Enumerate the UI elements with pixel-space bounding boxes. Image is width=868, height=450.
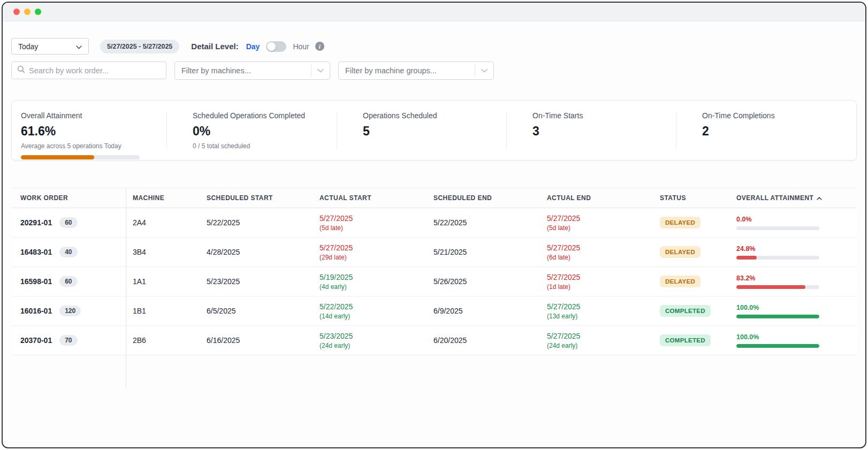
period-select[interactable]: Today	[11, 38, 89, 55]
table-header-row: WORK ORDER MACHINE SCHEDULED START ACTUA…	[11, 188, 857, 208]
actual-end-date: 5/27/2025	[547, 332, 660, 340]
kpi-summary-card: Overall Attainment 61.6% Average across …	[11, 100, 857, 161]
column-header-status[interactable]: STATUS	[660, 194, 736, 202]
search-input[interactable]	[29, 66, 166, 75]
work-order-cell: 16483-01 40	[20, 247, 133, 257]
table-row[interactable]: 16016-01 120 1B1 6/5/2025 5/22/2025 (14d…	[11, 296, 857, 326]
scheduled-start-cell: 5/23/2025	[207, 277, 319, 286]
column-header-machine[interactable]: MACHINE	[133, 194, 207, 202]
attainment-bar-fill	[736, 285, 805, 289]
attainment-bar	[736, 256, 819, 260]
detail-level-label: Detail Level:	[191, 42, 238, 51]
work-order-id: 16598-01	[20, 277, 52, 286]
actual-end-date: 5/27/2025	[547, 243, 660, 252]
chevron-down-icon[interactable]	[475, 68, 493, 73]
column-header-overall-attainment[interactable]: OVERALL ATTAINMENT	[736, 194, 857, 202]
table-row[interactable]: 20370-01 70 2B6 6/16/2025 5/23/2025 (24d…	[11, 326, 857, 355]
detail-level-toggle[interactable]	[266, 41, 286, 52]
work-order-id: 16483-01	[20, 248, 52, 256]
window-titlebar	[3, 3, 865, 21]
first-column-divider	[126, 188, 126, 388]
kpi-value: 61.6%	[21, 124, 166, 139]
kpi-label: On-Time Starts	[532, 111, 676, 120]
kpi-subtext: 0 / 5 total scheduled	[193, 142, 337, 150]
attainment-cell: 100.0%	[736, 304, 857, 318]
attainment-bar-fill	[736, 344, 819, 348]
machines-filter-placeholder: Filter by machines...	[175, 66, 311, 75]
scheduled-end-cell: 5/21/2025	[433, 248, 547, 256]
search-box	[11, 62, 166, 79]
machine-groups-filter-select[interactable]: Filter by machine groups...	[338, 62, 494, 80]
info-icon[interactable]: i	[315, 42, 324, 51]
kpi-label: Operations Scheduled	[363, 111, 506, 120]
detail-level-hour-label[interactable]: Hour	[293, 42, 309, 51]
actual-end-delta: (13d early)	[547, 312, 660, 320]
table-row[interactable]: 16483-01 40 3B4 4/28/2025 5/27/2025 (29d…	[11, 238, 857, 267]
column-header-actual-end[interactable]: ACTUAL END	[547, 194, 660, 202]
attainment-cell: 83.2%	[736, 274, 857, 289]
work-order-cell: 20291-01 60	[20, 217, 133, 228]
scheduled-start-cell: 6/5/2025	[207, 307, 319, 315]
actual-end-delta: (5d late)	[547, 224, 660, 232]
column-header-scheduled-start[interactable]: SCHEDULED START	[207, 194, 319, 202]
app-window: Today 5/27/2025 - 5/27/2025 Detail Level…	[2, 2, 866, 448]
attainment-bar-fill	[736, 315, 819, 318]
actual-start-date: 5/23/2025	[319, 332, 433, 340]
attainment-value: 83.2%	[736, 274, 857, 282]
search-icon	[17, 65, 25, 75]
status-cell: DELAYED	[660, 276, 736, 287]
attainment-cell: 24.8%	[736, 245, 857, 260]
work-order-id: 16016-01	[20, 307, 52, 315]
toggle-knob	[267, 42, 276, 51]
kpi-operations-scheduled: Operations Scheduled 5	[337, 111, 506, 149]
column-header-work-order[interactable]: WORK ORDER	[20, 194, 133, 202]
date-range-badge: 5/27/2025 - 5/27/2025	[100, 40, 179, 54]
machines-filter-select[interactable]: Filter by machines...	[174, 62, 330, 80]
scheduled-end-cell: 6/20/2025	[433, 336, 547, 345]
scheduled-end-cell: 6/9/2025	[433, 307, 547, 315]
detail-level-day-label[interactable]: Day	[246, 42, 260, 51]
kpi-on-time-completions: On-Time Completions 2	[676, 111, 856, 149]
kpi-overall-attainment: Overall Attainment 61.6% Average across …	[12, 111, 166, 149]
minimize-window-button[interactable]	[24, 9, 31, 15]
status-cell: COMPLETED	[660, 305, 736, 317]
kpi-on-time-starts: On-Time Starts 3	[506, 111, 676, 149]
attainment-value: 0.0%	[736, 216, 857, 223]
scheduled-start-cell: 5/22/2025	[207, 218, 319, 227]
actual-end-cell: 5/27/2025 (24d early)	[547, 332, 660, 349]
kpi-value: 5	[363, 124, 506, 139]
attainment-bar	[736, 285, 819, 289]
actual-start-date: 5/19/2025	[319, 273, 433, 281]
status-cell: DELAYED	[660, 217, 736, 228]
actual-start-cell: 5/22/2025 (14d early)	[319, 302, 433, 320]
work-order-id: 20370-01	[20, 336, 52, 345]
table-row[interactable]: 20291-01 60 2A4 5/22/2025 5/27/2025 (5d …	[11, 208, 857, 238]
actual-end-cell: 5/27/2025 (1d late)	[547, 273, 660, 291]
scheduled-end-cell: 5/26/2025	[433, 277, 547, 286]
zoom-window-button[interactable]	[35, 9, 41, 15]
column-header-actual-start[interactable]: ACTUAL START	[319, 194, 433, 202]
kpi-subtext: Average across 5 operations Today	[21, 142, 166, 150]
actual-end-date: 5/27/2025	[547, 214, 660, 223]
attainment-value: 24.8%	[736, 245, 857, 253]
status-badge: COMPLETED	[660, 305, 711, 317]
toolbar: Today 5/27/2025 - 5/27/2025 Detail Level…	[11, 38, 857, 55]
table-row[interactable]: 16598-01 60 1A1 5/23/2025 5/19/2025 (4d …	[11, 267, 857, 296]
actual-end-cell: 5/27/2025 (13d early)	[547, 302, 660, 320]
scheduled-start-cell: 4/28/2025	[207, 248, 319, 256]
column-header-scheduled-end[interactable]: SCHEDULED END	[433, 194, 547, 202]
sort-ascending-icon[interactable]	[817, 194, 822, 202]
chevron-down-icon[interactable]	[311, 68, 330, 73]
work-order-id: 20291-01	[20, 218, 52, 227]
kpi-label: Overall Attainment	[21, 111, 166, 120]
work-order-cell: 16598-01 60	[20, 276, 133, 287]
kpi-attainment-bar	[21, 155, 140, 159]
kpi-scheduled-ops-completed: Scheduled Operations Completed 0% 0 / 5 …	[166, 111, 337, 149]
status-cell: COMPLETED	[660, 334, 736, 346]
close-window-button[interactable]	[13, 9, 20, 15]
actual-end-date: 5/27/2025	[547, 273, 660, 281]
scheduled-end-cell: 5/22/2025	[433, 218, 547, 227]
attainment-value: 100.0%	[736, 304, 857, 311]
work-order-cell: 16016-01 120	[20, 306, 133, 316]
work-orders-table: WORK ORDER MACHINE SCHEDULED START ACTUA…	[11, 188, 857, 355]
